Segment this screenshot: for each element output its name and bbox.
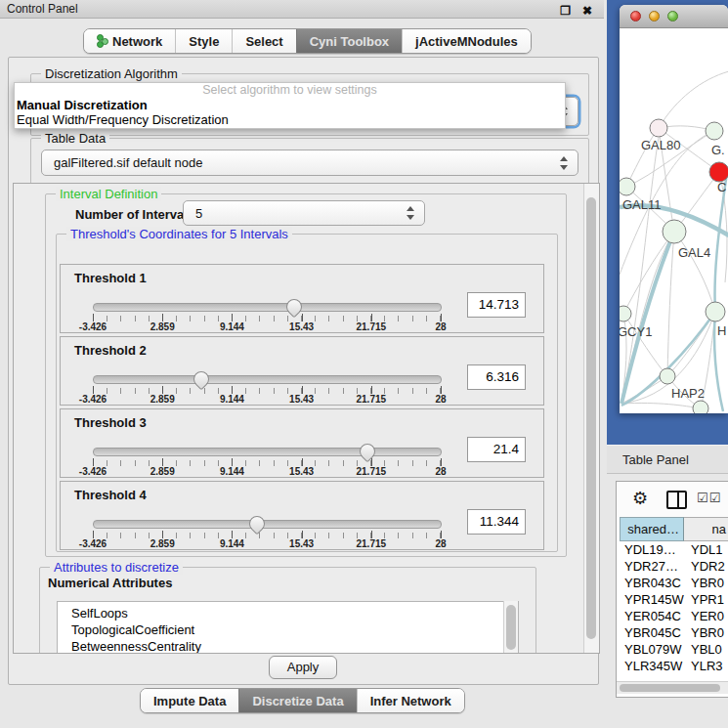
tab-impute-data[interactable]: Impute Data [141,689,238,712]
threshold-label: Threshold 3 [74,415,147,430]
cell-shared-name: YBL079W [620,641,684,658]
table-row[interactable]: YBR045CYBR0 [620,624,728,641]
network-node[interactable] [660,368,675,384]
cell-shared-name: YDR27… [620,558,684,575]
slider-tick-label: -3.426 [79,394,107,405]
network-node[interactable] [706,302,725,321]
slider-tick-label: 28 [435,394,446,405]
slider-major-ticks [93,314,441,321]
close-icon[interactable]: ✖ [582,2,592,21]
cell-name: YBL0 [684,641,728,658]
threshold-value-field[interactable]: 6.316 [467,364,526,390]
tab-discretize-data[interactable]: Discretize Data [238,689,356,712]
settings-viewport: Interval Definition Number of Intervals … [13,183,600,654]
zoom-traffic-light-icon[interactable] [667,11,678,21]
attributes-group-title: Attributes to discretize [50,560,183,575]
attribute-item-betweennesscentrality[interactable]: BetweennessCentrality [71,638,518,654]
threshold-slider-track[interactable] [93,448,442,456]
attribute-item-topologicalcoefficient[interactable]: TopologicalCoefficient [71,621,518,638]
table-row[interactable]: YPR145WYPR1 [620,591,728,608]
network-node[interactable] [620,178,635,195]
select-columns-checkboxes-icon[interactable]: ☑☑ [697,491,721,505]
slider-tick-label: 28 [435,321,446,332]
network-node[interactable] [663,220,686,243]
tab-impute-data-label: Impute Data [153,694,226,708]
tab-discretize-data-label: Discretize Data [252,694,343,708]
cell-name: YBR0 [684,624,728,641]
threshold-value-field[interactable]: 11.344 [467,509,526,535]
table-horizontal-scrollbar[interactable] [617,681,728,694]
slider-tick-label: 28 [435,466,446,477]
network-edge [621,403,701,408]
network-edge [674,232,715,312]
settings-scrollbar[interactable] [583,184,599,653]
network-node[interactable] [650,119,667,137]
network-node-label: HAP2 [671,386,705,401]
table-row[interactable]: YDR27…YDR2 [620,558,728,575]
tab-jactivemnodules[interactable]: jActiveMNodules [402,29,531,53]
threshold-label: Threshold 2 [74,343,147,358]
slider-tick-label: 21.715 [357,394,387,405]
network-node[interactable] [620,306,631,321]
attribute-item-selfloops[interactable]: SelfLoops [71,605,518,621]
table-row[interactable]: YIL052CYIL0 [620,674,728,675]
slider-tick-label: 15.43 [289,321,314,332]
table-row[interactable]: YER054CYER0 [620,608,728,624]
network-node[interactable] [706,122,723,140]
column-header-shared[interactable]: shared… [620,517,684,541]
threshold-slider-track[interactable] [93,520,442,529]
cell-name: YBR0 [684,575,728,591]
bottom-tab-bar: Impute DataDiscretize DataInfer Network [140,688,465,713]
slider-major-ticks [93,458,441,466]
network-canvas[interactable]: GAL80G.CGAL11GAL4GCY1HHAP2 [620,28,728,413]
close-traffic-light-icon[interactable] [630,11,641,21]
table-data-combobox[interactable]: galFiltered.sif default node [41,150,578,176]
thresholds-group: Threshold's Coordinates for 5 Intervals … [56,234,558,552]
columns-icon[interactable] [666,491,687,509]
slider-tick-label: 21.715 [357,538,387,549]
attributes-list-scrollbar[interactable] [503,601,518,654]
num-intervals-value: 5 [195,206,202,221]
table-row[interactable]: YLR345WYLR3 [620,658,728,674]
apply-button[interactable]: Apply [269,656,337,679]
table-row[interactable]: YDL19…YDL1 [620,541,728,558]
column-header-name[interactable]: na [684,517,728,541]
tab-infer-network[interactable]: Infer Network [357,689,464,712]
num-intervals-spinner[interactable]: 5 [183,200,425,226]
tab-select[interactable]: Select [232,29,295,53]
slider-tick-label: 15.43 [289,466,314,477]
threshold-value-field[interactable]: 14.713 [467,292,526,318]
table-row[interactable]: YBR043CYBR0 [620,575,728,591]
gear-icon[interactable]: ⚙ [632,489,648,508]
slider-tick-labels: -3.4262.8599.14415.4321.71528 [93,321,441,333]
slider-tick-label: 15.43 [289,538,314,549]
table-data-group: Table Data galFiltered.sif default node [30,138,589,185]
table-data-title: Table Data [41,131,109,146]
network-node-label: GAL80 [641,138,680,152]
slider-major-ticks [93,386,441,394]
tab-style[interactable]: Style [175,29,232,53]
cell-name: YPR1 [684,591,728,608]
control-panel-title: Control Panel [7,2,78,16]
threshold-slider-track[interactable] [93,375,442,384]
tab-network-label: Network [112,34,162,49]
tab-network[interactable]: Network [84,29,175,53]
threshold-value-field[interactable]: 21.4 [467,437,526,462]
network-node[interactable] [693,401,708,413]
minimize-traffic-light-icon[interactable] [649,11,660,21]
cell-shared-name: YER054C [620,608,684,624]
threshold-slider-track[interactable] [93,303,442,312]
float-window-icon[interactable]: ❐ [560,2,571,21]
dropdown-options: Manual DiscretizationEqual Width/Frequen… [15,98,565,127]
dropdown-option-manual-discretization[interactable]: Manual Discretization [15,98,565,112]
algorithm-dropdown-popup: Select algorithm to view settings Manual… [14,82,566,129]
tab-cyni-toolbox[interactable]: Cyni Toolbox [296,29,402,53]
network-node[interactable] [709,162,728,182]
tab-bar: NetworkStyleSelectCyni ToolboxjActiveMNo… [83,28,532,54]
cell-shared-name: YBR043C [620,575,684,591]
dropdown-option-equal-width-frequency-discretization[interactable]: Equal Width/Frequency Discretization [15,112,565,127]
slider-tick-labels: -3.4262.8599.14415.4321.71528 [93,394,441,406]
network-node-label: GAL11 [622,197,662,212]
table-row[interactable]: YBL079WYBL0 [620,641,728,658]
slider-tick-label: 21.715 [357,321,387,332]
